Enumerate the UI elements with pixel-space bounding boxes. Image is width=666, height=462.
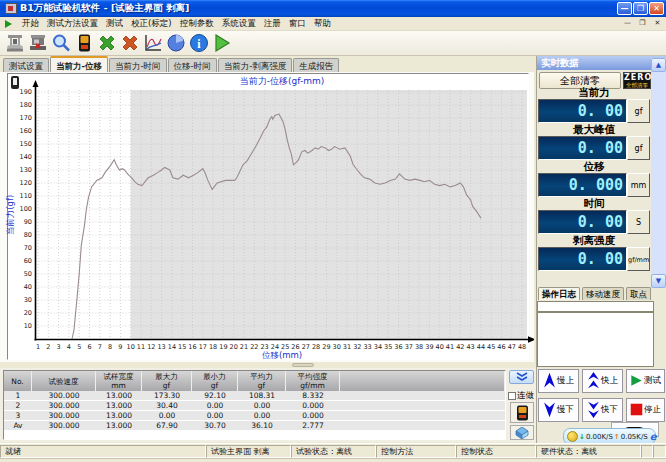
status-cell-8: [653, 445, 666, 458]
upload-speed: 0.05K/S: [621, 433, 648, 441]
svg-text:43: 43: [466, 343, 474, 351]
info-icon[interactable]: i: [187, 32, 210, 55]
window-bottom-edge: [0, 458, 666, 462]
results-table-panel: No.试验速度试样宽度mm最大力gf最小力gf平均力gf平均强度gf/mm 13…: [0, 368, 536, 442]
log-input[interactable]: [537, 301, 654, 312]
mdi-minimize-button[interactable]: —: [621, 18, 634, 29]
log-area[interactable]: [537, 312, 654, 367]
jog-fast-up-button[interactable]: 快上: [582, 369, 623, 393]
jog-label: 测试: [644, 375, 661, 387]
table-cell: 13.000: [96, 391, 142, 400]
pie-chart-icon[interactable]: [164, 32, 187, 55]
svg-text:9: 9: [118, 343, 122, 351]
svg-text:6: 6: [87, 343, 91, 351]
zoom-icon[interactable]: [49, 32, 72, 55]
tab-1[interactable]: 测试设置: [3, 58, 49, 72]
tab-2[interactable]: 当前力-位移: [50, 56, 108, 72]
jog-slow-up-button[interactable]: 慢上: [538, 369, 579, 393]
svg-text:4: 4: [67, 343, 71, 351]
table-header-2: 试验速度: [32, 371, 96, 391]
window-title: B1万能试验机软件 - [试验主界面 剥离]: [20, 2, 189, 15]
red-cross-icon[interactable]: [118, 32, 141, 55]
menu-item-1[interactable]: 开始: [18, 18, 43, 30]
chart-page: 当前力-位移(gf-mm) 当前力(gf) 123456789101112131…: [0, 72, 534, 362]
tab-3[interactable]: 当前力-时间: [109, 58, 167, 72]
jog-slow-down-button[interactable]: 慢下: [538, 398, 579, 422]
fast-up-icon: [587, 372, 600, 391]
menu-item-8[interactable]: 窗口: [285, 18, 310, 30]
status-cell-1: 就绪: [0, 445, 206, 458]
mdi-close-button[interactable]: ✕: [651, 18, 664, 29]
scroll-up-button[interactable]: ▲: [651, 58, 666, 72]
title-bar: B1万能试验机软件 - [试验主界面 剥离] — ❐ ✕: [0, 0, 666, 17]
download-speed: 0.00K/S: [586, 433, 613, 441]
run-icon[interactable]: [210, 32, 233, 55]
machine-offline-icon[interactable]: [26, 32, 49, 55]
menu-item-7[interactable]: 注册: [260, 18, 285, 30]
cube-button[interactable]: [510, 425, 534, 440]
menu-item-9[interactable]: 帮助: [310, 18, 335, 30]
menu-item-5[interactable]: 控制参数: [176, 18, 218, 30]
checkbox-label: 连做: [517, 390, 534, 402]
tab-4[interactable]: 位移-时间: [168, 58, 217, 72]
continuous-checkbox[interactable]: 连做: [508, 390, 534, 402]
table-header-7: 平均强度gf/mm: [286, 371, 340, 391]
close-button[interactable]: ✕: [649, 2, 664, 15]
realtime-panel-title: 实时数据: [537, 56, 666, 70]
collapse-table-button[interactable]: [509, 370, 534, 384]
checkbox-box[interactable]: [508, 392, 516, 400]
table-cell: 8.332: [286, 391, 340, 400]
machine-icon[interactable]: [3, 32, 26, 55]
jog-fast-down-button[interactable]: 快下: [582, 398, 623, 422]
jog-label: 慢下: [557, 404, 574, 416]
table-row-1: 1300.00013.000173.3092.10108.318.332: [4, 391, 505, 401]
menu-item-2[interactable]: 测试方法设置: [43, 18, 102, 30]
svg-text:41: 41: [446, 343, 454, 351]
log-tab-2[interactable]: 移动速度: [582, 287, 624, 300]
app-icon: [5, 3, 17, 14]
svg-text:45: 45: [487, 343, 495, 351]
svg-text:8: 8: [108, 343, 112, 351]
tab-6[interactable]: 生成报告: [293, 58, 339, 72]
table-cell: 300.000: [32, 411, 96, 420]
panel-scrollbar[interactable]: ▲ ▼: [651, 58, 666, 288]
log-tab-3[interactable]: 取点: [626, 287, 651, 300]
svg-text:44: 44: [477, 343, 485, 351]
svg-text:110: 110: [20, 192, 32, 200]
table-header-3: 试样宽度mm: [96, 371, 142, 391]
tab-5[interactable]: 当前力-剥离强度: [218, 58, 293, 72]
splitter-grip[interactable]: [292, 363, 314, 367]
display-unit: mm: [627, 173, 650, 197]
menu-item-6[interactable]: 系统设置: [218, 18, 260, 30]
display-unit: S: [627, 210, 650, 234]
display-label: 位移: [538, 160, 650, 173]
svg-text:12: 12: [147, 343, 155, 351]
log-tab-1[interactable]: 操作日志: [538, 287, 580, 300]
jog-label: 停止: [644, 404, 661, 416]
jog-stop-button[interactable]: 停止: [626, 398, 665, 422]
report-card-button[interactable]: [510, 402, 534, 423]
green-cross-icon[interactable]: [95, 32, 118, 55]
mdi-restore-button[interactable]: ❐: [636, 18, 649, 29]
jog-label: 快下: [601, 404, 618, 416]
table-header-filler: [340, 371, 505, 391]
table-header-6: 平均力gf: [238, 371, 286, 391]
scroll-down-button[interactable]: ▼: [651, 274, 666, 288]
curve-icon[interactable]: [141, 32, 164, 55]
minimize-button[interactable]: —: [617, 2, 632, 15]
toolbar: i: [0, 31, 666, 56]
display-label: 最大峰值: [538, 123, 650, 136]
menu-item-4[interactable]: 校正(标定): [127, 18, 176, 30]
display-unit: gf/mm: [627, 247, 650, 271]
realtime-panel: 实时数据 全部清零 ZERO 全部清零 ▲ ▼ 当前力0. 00gf最大峰值0.…: [536, 56, 666, 443]
table-cell: 36.10: [238, 421, 286, 430]
table-cell: 2.777: [286, 421, 340, 430]
table-row-3: 3300.00013.0000.000.000.000.000: [4, 411, 505, 421]
table-cell: 30.70: [192, 421, 238, 430]
svg-text:3: 3: [57, 343, 61, 351]
card-icon[interactable]: [72, 32, 95, 55]
jog-test-button[interactable]: 测试: [626, 369, 665, 393]
jog-label: 慢上: [557, 375, 574, 387]
restore-button[interactable]: ❐: [633, 2, 648, 15]
menu-item-3[interactable]: 测试: [102, 18, 127, 30]
